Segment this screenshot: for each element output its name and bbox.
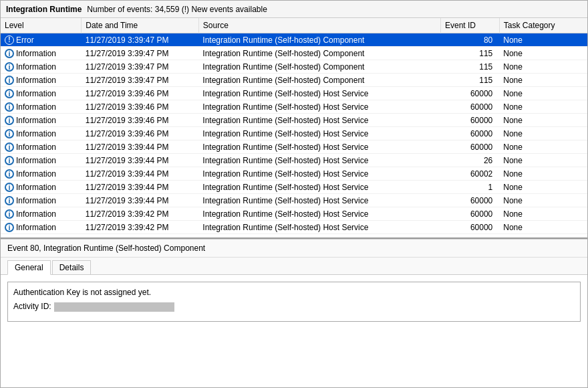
main-window: Integration Runtime Number of events: 34… [0,0,588,388]
info-icon: i [5,129,14,138]
level-label: Information [16,142,56,152]
cell-level: iInformation [1,114,82,127]
table-row[interactable]: iInformation11/27/2019 3:39:47 PMIntegra… [1,60,587,74]
table-row[interactable]: iInformation11/27/2019 3:39:46 PMIntegra… [1,114,587,127]
detail-header: Event 80, Integration Runtime (Self-host… [1,239,587,258]
cell-eventid: 60002 [440,167,499,181]
detail-content: Authentication Key is not assigned yet. … [1,275,587,387]
info-icon: i [5,102,14,112]
cell-taskcategory: None [499,87,587,100]
info-icon: i [5,116,14,125]
title-bar-info: Number of events: 34,559 (!) New events … [87,5,267,14]
cell-taskcategory: None [499,140,587,154]
col-header-source[interactable]: Source [198,18,440,33]
table-row[interactable]: iInformation11/27/2019 3:39:47 PMIntegra… [1,47,587,60]
cell-level: iInformation [1,221,82,234]
title-bar: Integration Runtime Number of events: 34… [1,1,587,18]
cell-source: Integration Runtime (Self-hosted) Host S… [198,207,440,221]
table-row[interactable]: iInformation11/27/2019 3:39:44 PMIntegra… [1,140,587,154]
info-icon: i [5,196,14,205]
level-label: Information [16,89,56,98]
level-label: Information [16,183,56,192]
app-title: Integration Runtime [6,5,82,14]
info-icon: i [5,89,14,98]
cell-source: Integration Runtime (Self-hosted) Compon… [198,47,440,60]
table-header-row: Level Date and Time Source Event ID Task… [1,18,587,33]
tab-general[interactable]: General [7,260,51,275]
cell-level: iInformation [1,194,82,207]
cell-taskcategory: None [499,154,587,167]
cell-taskcategory: None [499,60,587,74]
activity-id-row: Activity ID: [13,300,575,313]
level-label: Information [16,169,56,179]
cell-taskcategory: None [499,221,587,234]
info-icon: i [5,209,14,219]
table-row[interactable]: iInformation11/27/2019 3:39:44 PMIntegra… [1,167,587,181]
detail-line1: Authentication Key is not assigned yet. [13,286,575,299]
table-row[interactable]: iInformation11/27/2019 3:39:47 PMIntegra… [1,74,587,87]
event-table: Level Date and Time Source Event ID Task… [1,18,587,234]
cell-eventid: 60000 [440,207,499,221]
table-row[interactable]: iInformation11/27/2019 3:39:46 PMIntegra… [1,100,587,114]
cell-datetime: 11/27/2019 3:39:44 PM [82,194,199,207]
col-header-eventid[interactable]: Event ID [440,18,499,33]
cell-eventid: 60000 [440,114,499,127]
cell-eventid: 60000 [440,140,499,154]
error-icon: ! [5,35,14,45]
detail-text-box: Authentication Key is not assigned yet. … [7,282,581,322]
table-row[interactable]: !Error11/27/2019 3:39:47 PMIntegration R… [1,33,587,47]
cell-level: iInformation [1,207,82,221]
table-row[interactable]: iInformation11/27/2019 3:39:42 PMIntegra… [1,207,587,221]
cell-level: iInformation [1,127,82,140]
table-row[interactable]: iInformation11/27/2019 3:39:42 PMIntegra… [1,221,587,234]
cell-datetime: 11/27/2019 3:39:46 PM [82,87,199,100]
level-label: Information [16,102,56,112]
col-header-datetime[interactable]: Date and Time [82,18,199,33]
cell-eventid: 60000 [440,221,499,234]
cell-level: iInformation [1,140,82,154]
info-icon: i [5,76,14,85]
cell-level: iInformation [1,167,82,181]
cell-eventid: 115 [440,74,499,87]
table-row[interactable]: iInformation11/27/2019 3:39:46 PMIntegra… [1,127,587,140]
col-header-level[interactable]: Level [1,18,82,33]
cell-eventid: 60000 [440,194,499,207]
cell-source: Integration Runtime (Self-hosted) Host S… [198,194,440,207]
cell-datetime: 11/27/2019 3:39:46 PM [82,100,199,114]
event-table-container[interactable]: Level Date and Time Source Event ID Task… [1,18,587,239]
cell-source: Integration Runtime (Self-hosted) Compon… [198,74,440,87]
cell-level: iInformation [1,154,82,167]
cell-source: Integration Runtime (Self-hosted) Host S… [198,87,440,100]
table-body: !Error11/27/2019 3:39:47 PMIntegration R… [1,33,587,234]
cell-source: Integration Runtime (Self-hosted) Host S… [198,140,440,154]
cell-datetime: 11/27/2019 3:39:44 PM [82,181,199,194]
table-row[interactable]: iInformation11/27/2019 3:39:44 PMIntegra… [1,181,587,194]
level-label: Information [16,116,56,125]
cell-datetime: 11/27/2019 3:39:47 PM [82,33,199,47]
cell-eventid: 1 [440,181,499,194]
cell-taskcategory: None [499,207,587,221]
cell-datetime: 11/27/2019 3:39:44 PM [82,167,199,181]
cell-level: iInformation [1,74,82,87]
info-icon: i [5,183,14,192]
cell-eventid: 60000 [440,127,499,140]
info-icon: i [5,62,14,72]
activity-id-label: Activity ID: [13,300,51,313]
level-label: Error [16,35,34,45]
cell-datetime: 11/27/2019 3:39:44 PM [82,154,199,167]
cell-eventid: 60000 [440,100,499,114]
table-row[interactable]: iInformation11/27/2019 3:39:44 PMIntegra… [1,194,587,207]
activity-id-value [54,302,174,312]
cell-taskcategory: None [499,74,587,87]
cell-eventid: 26 [440,154,499,167]
cell-source: Integration Runtime (Self-hosted) Compon… [198,33,440,47]
cell-taskcategory: None [499,167,587,181]
level-label: Information [16,49,56,58]
table-row[interactable]: iInformation11/27/2019 3:39:44 PMIntegra… [1,154,587,167]
cell-eventid: 60000 [440,87,499,100]
cell-taskcategory: None [499,114,587,127]
level-label: Information [16,196,56,205]
col-header-taskcategory[interactable]: Task Category [499,18,587,33]
tab-details[interactable]: Details [52,260,92,274]
table-row[interactable]: iInformation11/27/2019 3:39:46 PMIntegra… [1,87,587,100]
